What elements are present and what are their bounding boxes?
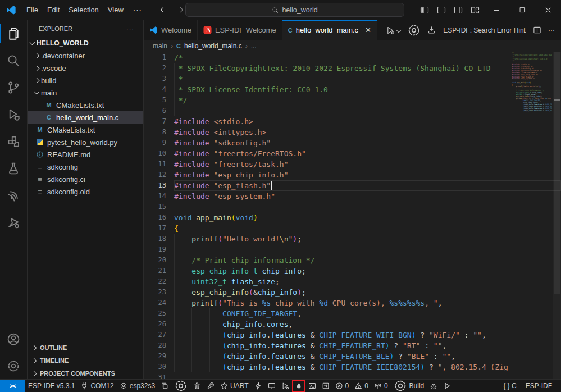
scrollbar-thumb[interactable]	[554, 52, 560, 294]
explorer-item-pytest-hello-world-py[interactable]: pytest_hello_world.py	[28, 136, 143, 148]
breadcrumb[interactable]: main › C hello_world_main.c › ...	[144, 40, 561, 52]
activity-extensions[interactable]	[0, 128, 27, 155]
line-number: 14	[144, 191, 174, 202]
tab-hello-world-main-c[interactable]: Chello_world_main.c✕	[282, 20, 377, 40]
code-line: 2 * SPDX-FileCopyrightText: 2010-2022 Es…	[144, 63, 561, 74]
status-sdk-config[interactable]	[171, 380, 190, 392]
breadcrumb-file[interactable]: hello_world_main.c	[184, 42, 242, 50]
vertical-scrollbar[interactable]	[553, 52, 561, 380]
explorer-item-cmakelists-txt[interactable]: MCMakeLists.txt	[28, 124, 143, 136]
more-actions-button[interactable]: ···	[545, 24, 558, 37]
activity-run-debug[interactable]	[0, 101, 27, 128]
line-number: 10	[144, 148, 174, 159]
menu-file[interactable]: File	[22, 4, 43, 16]
activity-testing[interactable]	[0, 155, 27, 182]
status-terminal[interactable]	[305, 380, 319, 392]
layout-sidebar-left-icon[interactable]	[416, 2, 433, 18]
status-ports[interactable]: 0	[371, 380, 391, 392]
breadcrumb-folder[interactable]: main	[153, 42, 167, 50]
status-menuconfig[interactable]	[204, 380, 217, 392]
activity-espressif[interactable]	[0, 182, 27, 209]
explorer-item-main[interactable]: main	[28, 86, 143, 99]
layout-customize-icon[interactable]	[467, 2, 484, 18]
run-or-debug-button[interactable]	[383, 24, 403, 37]
status-monitor[interactable]	[265, 380, 279, 392]
menu-view[interactable]: View	[103, 4, 128, 16]
status-debug[interactable]	[279, 380, 292, 392]
code-line: 19	[144, 244, 561, 255]
forward-arrow-icon[interactable]	[176, 6, 184, 14]
c-file-icon: C	[176, 43, 181, 49]
close-tab-icon[interactable]: ✕	[365, 26, 371, 34]
activity-accounts[interactable]	[0, 326, 27, 353]
esp-idf-search-error-hint-button[interactable]: ESP-IDF: Search Error Hint	[440, 26, 529, 34]
activity-explorer[interactable]	[0, 20, 27, 47]
code-line: 8#include <inttypes.h>	[144, 127, 561, 138]
vscode-logo-icon	[6, 5, 16, 15]
explorer-item-sdkconfig-ci[interactable]: ≡sdkconfig.ci	[28, 173, 143, 185]
explorer-item-vscode[interactable]: .vscode	[28, 62, 143, 74]
status-warnings[interactable]: 0	[352, 380, 371, 392]
minimize-icon[interactable]	[484, 0, 509, 20]
code-editor[interactable]: 1/*2 * SPDX-FileCopyrightText: 2010-2022…	[144, 52, 561, 380]
layout-sidebar-right-icon[interactable]	[450, 2, 467, 18]
status-open-idf-terminal[interactable]	[319, 380, 332, 392]
status-flash-method[interactable]: UART	[217, 380, 251, 392]
maximize-icon[interactable]	[509, 0, 535, 20]
activity-search[interactable]	[0, 47, 27, 74]
download-button[interactable]	[425, 24, 439, 37]
tab-esp-idf-welcome[interactable]: ESP-IDF Welcome	[198, 20, 282, 40]
status-debug-bug[interactable]	[427, 380, 440, 392]
status-flash-bolt[interactable]	[252, 380, 265, 392]
explorer-item-build[interactable]: build	[28, 74, 143, 86]
copy-icon	[161, 382, 168, 390]
explorer-item-cmakelists-txt[interactable]: MCMakeLists.txt	[28, 99, 143, 111]
code-line: 18 printf("Hello world!\n");	[144, 234, 561, 244]
menu-more-button[interactable]: ···	[128, 4, 147, 16]
section-project-components[interactable]: PROJECT COMPONENTS	[28, 367, 143, 380]
activity-settings[interactable]	[0, 353, 27, 380]
status-esp-idf-extension[interactable]: ESP-IDF	[521, 380, 557, 392]
breadcrumb-more[interactable]: ...	[251, 42, 257, 50]
explorer-root[interactable]: HELLO_WORLD	[28, 37, 143, 49]
status-select-project[interactable]	[158, 380, 171, 392]
source-control-icon	[7, 81, 20, 94]
tab-welcome[interactable]: Welcome	[144, 20, 198, 40]
status-errors[interactable]: 0	[332, 380, 352, 392]
line-number: 26	[144, 319, 174, 330]
explorer-item-sdkconfig-old[interactable]: ≡sdkconfig.old	[28, 185, 143, 198]
status-device-target[interactable]: esp32s3	[117, 380, 158, 392]
status-language-mode[interactable]: { } C	[499, 380, 521, 392]
status-full-clean[interactable]	[190, 380, 204, 392]
file-label: .devcontainer	[41, 52, 85, 60]
minimap[interactable]: /* * SPDX-FileCopyrightText: 2010-2022 E…	[512, 52, 552, 380]
layout-panel-icon[interactable]	[433, 2, 450, 18]
terminal-icon	[308, 382, 316, 390]
status-build-task[interactable]: Build	[391, 380, 427, 392]
explorer-item-readme-md[interactable]: README.md	[28, 148, 143, 161]
menu-edit[interactable]: Edit	[43, 4, 64, 16]
close-icon[interactable]	[535, 0, 561, 20]
back-arrow-icon[interactable]	[159, 6, 168, 14]
split-editor-button[interactable]	[530, 24, 544, 37]
section-outline[interactable]: OUTLINE	[28, 341, 143, 354]
status-esp-idf-version[interactable]: ESP-IDF v5.3.1	[25, 380, 77, 392]
activity-source-control[interactable]	[0, 74, 27, 101]
code-line: 15	[144, 202, 561, 212]
activity-esp-idf-explorer[interactable]	[0, 209, 27, 236]
status-run[interactable]	[440, 380, 454, 392]
status-serial-port[interactable]: COM12	[77, 380, 116, 392]
code-line: 25 CONFIG_IDF_TARGET,	[144, 308, 561, 319]
gear-button[interactable]	[404, 21, 423, 39]
explorer-item-sdkconfig[interactable]: ≡sdkconfig	[28, 161, 143, 173]
explorer-item-devcontainer[interactable]: .devcontainer	[28, 49, 143, 62]
menu-selection[interactable]: Selection	[64, 4, 103, 16]
section-timeline[interactable]: TIMELINE	[28, 354, 143, 367]
explorer-item-hello-world-main-c[interactable]: Chello_world_main.c	[28, 111, 143, 124]
status-flash-device[interactable]	[292, 380, 305, 392]
command-center-search[interactable]: hello_world	[185, 3, 404, 17]
line-number: 9	[144, 138, 174, 148]
explorer-more-button[interactable]: ···	[126, 25, 139, 32]
play-icon	[443, 382, 451, 390]
status-remote-indicator[interactable]: ><	[0, 380, 25, 392]
